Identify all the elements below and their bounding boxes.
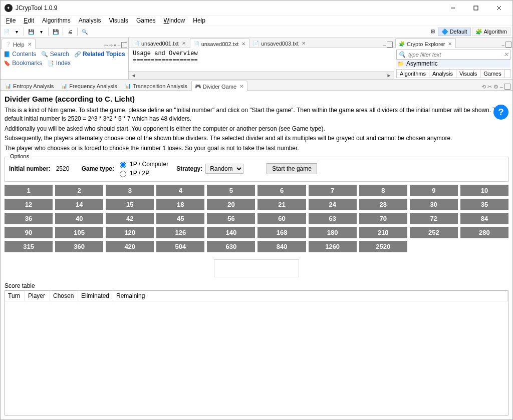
tab-frequency-analysis[interactable]: 📊 Frequency Analysis — [58, 80, 121, 90]
clear-icon[interactable]: ✕ — [503, 51, 508, 58]
cut-icon[interactable]: ✂ — [487, 84, 492, 90]
divider-cell[interactable]: 72 — [410, 213, 458, 224]
dropdown-icon[interactable]: ▾ — [37, 28, 45, 36]
menu-window[interactable]: Window — [160, 16, 189, 25]
divider-cell[interactable]: 90 — [5, 227, 53, 238]
explorer-tab-visuals[interactable]: Visuals — [456, 70, 480, 78]
help-search-link[interactable]: Search — [50, 51, 69, 58]
divider-cell[interactable]: 70 — [359, 213, 407, 224]
help-related-link[interactable]: Related Topics — [83, 51, 125, 58]
divider-cell[interactable]: 126 — [156, 227, 204, 238]
editor-body[interactable]: Usage and Overview ================== — [129, 48, 394, 71]
maximize-pane-icon[interactable] — [504, 84, 510, 90]
close-icon[interactable]: ✕ — [28, 42, 32, 47]
divider-cell[interactable]: 2520 — [359, 241, 407, 252]
divider-cell[interactable]: 18 — [156, 199, 204, 210]
scroll-right-icon[interactable]: ► — [385, 72, 393, 79]
help-bookmarks-link[interactable]: Bookmarks — [12, 60, 42, 67]
divider-cell[interactable]: 42 — [106, 213, 154, 224]
new-file-icon[interactable]: 📄 — [3, 28, 11, 36]
save-icon[interactable]: 💾 — [27, 28, 35, 36]
divider-cell[interactable]: 1 — [5, 185, 53, 196]
close-icon[interactable]: ✕ — [182, 41, 186, 46]
help-index-link[interactable]: Index — [56, 60, 71, 67]
divider-cell[interactable]: 4 — [156, 185, 204, 196]
divider-cell[interactable]: 84 — [460, 213, 508, 224]
divider-cell[interactable]: 24 — [309, 199, 357, 210]
settings-icon[interactable]: ⚙ — [493, 84, 498, 90]
dropdown-icon[interactable]: ▾ — [13, 28, 21, 36]
minimize-pane-icon[interactable]: – — [500, 84, 503, 90]
close-icon[interactable]: ✕ — [302, 41, 306, 46]
start-game-button[interactable]: Start the game — [267, 163, 317, 174]
minimize-pane-icon[interactable]: – — [117, 43, 120, 48]
forward-icon[interactable]: ⇨ — [109, 43, 113, 48]
strategy-select[interactable]: Random — [205, 164, 243, 174]
divider-cell[interactable]: 21 — [258, 199, 306, 210]
divider-cell[interactable]: 252 — [410, 227, 458, 238]
maximize-pane-icon[interactable] — [505, 42, 511, 48]
radio-1p-computer[interactable]: 1P / Computer — [117, 160, 168, 168]
divider-cell[interactable]: 105 — [55, 227, 103, 238]
search-icon[interactable]: 🔍 — [81, 28, 89, 36]
divider-cell[interactable]: 280 — [460, 227, 508, 238]
tab-transposition-analysis[interactable]: 📊 Transposition Analysis — [121, 80, 191, 90]
editor-tab-2[interactable]: 📄 unsaved002.txt ✕ — [190, 38, 250, 48]
divider-cell[interactable]: 6 — [258, 185, 306, 196]
divider-cell[interactable]: 28 — [359, 199, 407, 210]
close-icon[interactable]: ✕ — [448, 41, 452, 47]
divider-cell[interactable]: 420 — [106, 241, 154, 252]
view-menu-icon[interactable]: ▾ — [114, 43, 116, 48]
divider-cell[interactable]: 63 — [309, 213, 357, 224]
explorer-tab-games[interactable]: Games — [480, 70, 504, 78]
divider-cell[interactable]: 840 — [258, 241, 306, 252]
divider-cell[interactable]: 35 — [460, 199, 508, 210]
divider-cell[interactable]: 2 — [55, 185, 103, 196]
print-icon[interactable]: 🖨 — [66, 28, 74, 36]
divider-cell[interactable]: 60 — [258, 213, 306, 224]
divider-cell[interactable]: 14 — [55, 199, 103, 210]
open-perspective-icon[interactable]: ⊞ — [429, 28, 437, 36]
divider-cell[interactable]: 630 — [207, 241, 255, 252]
menu-help[interactable]: Help — [189, 16, 209, 25]
divider-cell[interactable]: 45 — [156, 213, 204, 224]
divider-cell[interactable]: 1260 — [309, 241, 357, 252]
divider-cell[interactable]: 8 — [359, 185, 407, 196]
menu-visuals[interactable]: Visuals — [105, 16, 131, 25]
menu-file[interactable]: File — [3, 16, 19, 25]
radio-1p-2p[interactable]: 1P / 2P — [117, 169, 168, 177]
tab-entropy-analysis[interactable]: 📊 Entropy Analysis — [2, 80, 58, 90]
divider-cell[interactable]: 360 — [55, 241, 103, 252]
divider-cell[interactable]: 7 — [309, 185, 357, 196]
refresh-icon[interactable]: ⟲ — [481, 84, 486, 90]
divider-cell[interactable]: 168 — [258, 227, 306, 238]
divider-cell[interactable]: 120 — [106, 227, 154, 238]
divider-cell[interactable]: 210 — [359, 227, 407, 238]
editor-tab-1[interactable]: 📄 unsaved001.txt ✕ — [130, 38, 190, 48]
divider-cell[interactable]: 315 — [5, 241, 53, 252]
menu-algorithms[interactable]: Algorithms — [39, 16, 74, 25]
horizontal-scrollbar[interactable]: ◄ ► — [129, 71, 394, 79]
filter-input[interactable]: 🔍 ✕ — [396, 50, 510, 60]
divider-cell[interactable]: 40 — [55, 213, 103, 224]
editor-tab-3[interactable]: 📄 unsaved003.txt ✕ — [249, 38, 310, 48]
menu-edit[interactable]: Edit — [20, 16, 38, 25]
divider-cell[interactable]: 56 — [207, 213, 255, 224]
divider-cell[interactable]: 12 — [5, 199, 53, 210]
divider-cell[interactable]: 5 — [207, 185, 255, 196]
perspective-default[interactable]: 🔷 Default — [438, 28, 471, 36]
maximize-button[interactable] — [464, 1, 487, 16]
initial-number-input[interactable]: 2520 — [54, 164, 74, 174]
menu-analysis[interactable]: Analysis — [75, 16, 105, 25]
scroll-left-icon[interactable]: ◄ — [130, 72, 137, 79]
divider-cell[interactable]: 30 — [410, 199, 458, 210]
close-icon[interactable]: ✕ — [241, 41, 245, 47]
divider-cell[interactable]: 504 — [156, 241, 204, 252]
explorer-tab-analysis[interactable]: Analysis — [429, 70, 456, 78]
divider-cell[interactable]: 36 — [5, 213, 53, 224]
divider-cell[interactable]: 10 — [460, 185, 508, 196]
menu-games[interactable]: Games — [133, 16, 159, 25]
minimize-pane-icon[interactable]: – — [383, 42, 386, 48]
save-all-icon[interactable]: 💾 — [52, 28, 60, 36]
tab-help[interactable]: ❔ Help ✕ — [2, 39, 36, 49]
